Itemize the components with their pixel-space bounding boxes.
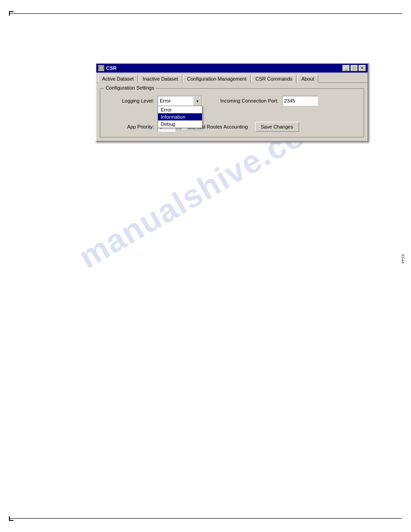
incoming-port-label: Incoming Connection Port: bbox=[220, 98, 278, 103]
page-border-bottom bbox=[9, 518, 402, 519]
corner-mark-tl bbox=[9, 11, 13, 16]
dropdown-item-information[interactable]: Information bbox=[158, 113, 202, 120]
dropdown-item-debug[interactable]: Debug bbox=[158, 120, 202, 128]
side-label: 6S44 bbox=[401, 254, 405, 263]
logging-level-value: Error bbox=[158, 98, 202, 104]
logging-level-row: Logging Level: Error ▼ Error Information bbox=[105, 96, 359, 106]
tab-configuration-management[interactable]: Configuration Management bbox=[183, 75, 251, 83]
tab-csr-commands[interactable]: CSR Commands bbox=[252, 75, 297, 83]
window-title: CSR bbox=[106, 65, 116, 71]
content-area: Configuration Settings Logging Level: Er… bbox=[96, 82, 368, 141]
tab-active-dataset[interactable]: Active Dataset bbox=[98, 75, 138, 83]
app-priority-row: App Priority: ble Test Routes Accounting… bbox=[105, 122, 359, 132]
save-changes-button[interactable]: Save Changes bbox=[255, 122, 299, 132]
logging-level-dropdown[interactable]: Error ▼ bbox=[158, 96, 202, 106]
corner-mark-bl bbox=[9, 516, 13, 521]
app-priority-label: App Priority: bbox=[105, 124, 154, 129]
tab-inactive-dataset[interactable]: Inactive Dataset bbox=[139, 75, 182, 83]
minimize-button[interactable]: _ bbox=[342, 65, 350, 71]
config-settings-group: Configuration Settings Logging Level: Er… bbox=[100, 88, 364, 137]
maximize-button[interactable]: □ bbox=[351, 65, 358, 71]
group-label: Configuration Settings bbox=[104, 85, 156, 90]
title-bar-left: CSR bbox=[98, 65, 116, 71]
csr-window: CSR _ □ ✕ Active Dataset Inactive Datase… bbox=[95, 63, 368, 142]
svg-rect-1 bbox=[100, 67, 103, 69]
tabs-area: Active Dataset Inactive Dataset Configur… bbox=[96, 73, 368, 82]
logging-level-dropdown-list: Error Information Debug bbox=[158, 106, 202, 128]
app-icon bbox=[98, 65, 104, 71]
tab-about[interactable]: About bbox=[297, 75, 318, 83]
incoming-port-input[interactable] bbox=[282, 96, 318, 106]
title-bar-controls: _ □ ✕ bbox=[342, 65, 366, 71]
page-border-top bbox=[9, 13, 402, 14]
close-button[interactable]: ✕ bbox=[359, 65, 366, 71]
logging-level-label: Logging Level: bbox=[105, 98, 154, 103]
dropdown-item-error[interactable]: Error bbox=[158, 106, 202, 113]
title-bar: CSR _ □ ✕ bbox=[96, 64, 368, 73]
logging-level-dropdown-container: Error ▼ Error Information Debug bbox=[158, 96, 202, 106]
